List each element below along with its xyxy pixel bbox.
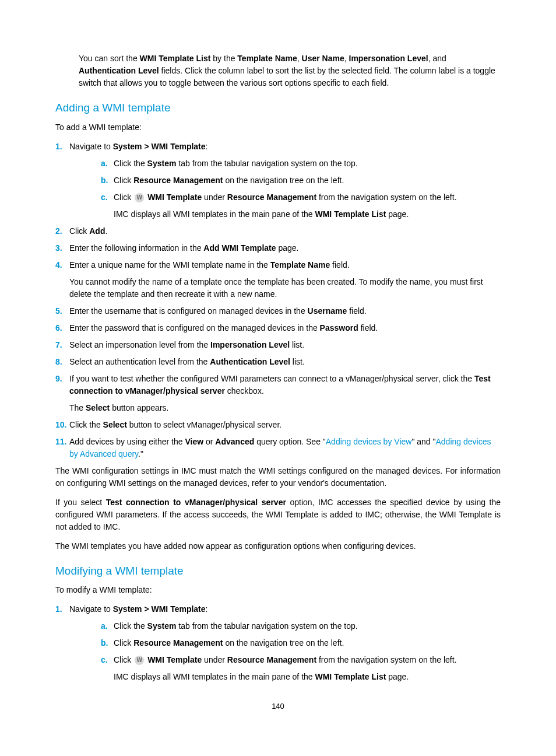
substep-sub-text: IMC displays all WMI templates in the ma…	[114, 208, 501, 220]
step-text: Enter a unique name for the WMI template…	[69, 259, 501, 271]
step-number: 5.	[55, 305, 69, 317]
modifying-lead: To modify a WMI template:	[55, 584, 501, 596]
step-number: 1.	[55, 603, 69, 615]
step-text: Add devices by using either the View or …	[69, 436, 501, 460]
adding-para3: The WMI templates you have added now app…	[55, 540, 501, 552]
wmi-icon: W	[135, 193, 144, 202]
adding-lead: To add a WMI template:	[55, 121, 501, 134]
step-number: 4.	[55, 259, 69, 271]
wmi-icon: W	[135, 656, 144, 665]
step-text: Navigate to System > WMI Template:	[69, 603, 501, 615]
substep-text: Click W WMI Template under Resource Mana…	[114, 654, 501, 666]
step-text: Select an impersonation level from the I…	[69, 339, 501, 351]
step-number: 6.	[55, 322, 69, 334]
page-number: 140	[55, 701, 501, 712]
substep-letter: a.	[101, 620, 114, 632]
substep-text: Click Resource Management on the navigat…	[114, 174, 501, 187]
adding-para1: The WMI configuration settings in IMC mu…	[55, 465, 501, 489]
substep-letter: c.	[101, 191, 114, 204]
substep-letter: c.	[101, 654, 114, 666]
substep-sub-text: IMC displays all WMI templates in the ma…	[114, 671, 501, 683]
substep-letter: a.	[101, 158, 114, 170]
step-sub-text: You cannot modify the name of a template…	[69, 276, 501, 300]
step-text: Navigate to System > WMI Template:	[69, 141, 501, 153]
step-text: Enter the following information in the A…	[69, 242, 501, 254]
link-adding-devices-by-view[interactable]: Adding devices by View	[326, 437, 412, 446]
step-text: If you want to test whether the configur…	[69, 373, 501, 397]
step-number: 8.	[55, 356, 69, 368]
intro-paragraph: You can sort the WMI Template List by th…	[79, 52, 501, 89]
substep-text: Click the System tab from the tabular na…	[114, 158, 501, 170]
step-number: 1.	[55, 141, 69, 153]
step-text: Enter the username that is configured on…	[69, 305, 501, 317]
modifying-steps-list: 1. Navigate to System > WMI Template: a.…	[55, 603, 501, 683]
step-number: 10.	[55, 419, 69, 431]
substep-letter: b.	[101, 637, 114, 649]
adding-steps-list: 1. Navigate to System > WMI Template: a.…	[55, 141, 501, 460]
step-number: 2.	[55, 225, 69, 237]
adding-para2: If you select Test connection to vManage…	[55, 496, 501, 533]
step-text: Click the Select button to select vManag…	[69, 419, 501, 431]
substep-text: Click W WMI Template under Resource Mana…	[114, 191, 501, 204]
step-number: 7.	[55, 339, 69, 351]
substep-text: Click the System tab from the tabular na…	[114, 620, 501, 632]
heading-modifying-wmi-template: Modifying a WMI template	[55, 563, 501, 580]
step-number: 11.	[55, 436, 69, 460]
step-number: 9.	[55, 373, 69, 397]
heading-adding-wmi-template: Adding a WMI template	[55, 100, 501, 117]
substep-text: Click Resource Management on the navigat…	[114, 637, 501, 649]
step-number: 3.	[55, 242, 69, 254]
step-text: Click Add.	[69, 225, 501, 237]
step-sub-text: The Select button appears.	[69, 402, 501, 414]
substep-letter: b.	[101, 174, 114, 187]
step-text: Select an authentication level from the …	[69, 356, 501, 368]
step-text: Enter the password that is configured on…	[69, 322, 501, 334]
